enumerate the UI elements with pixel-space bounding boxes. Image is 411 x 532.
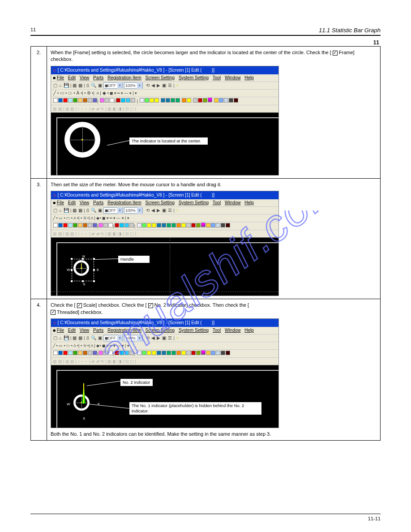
checkbox-icon: ✓ (51, 310, 56, 315)
toolbar-row-3: | | | M (51, 97, 278, 105)
footer: 11-11 (30, 514, 381, 521)
callout-3a: No. 2 indicator (120, 379, 153, 386)
indicator-1-behind (83, 383, 84, 403)
editor-canvas-2[interactable]: N S W E (51, 237, 278, 296)
screenshot-2: ◇ [ C:¥Documents and Settings¥fukushima¥… (51, 191, 279, 296)
toolbar-row-4: ▥ ▥ | ▥ ▥ | ↕ ↕ ↔ | ⇌ ⇌ ↻ | ▥ ◧ ◨ | ⊡ ▢ … (51, 105, 278, 112)
toolbar-row-1: ▢⌂💾|▦▦|⎙🔍▣ ◼ OFF▾ 100%▾ ⟲◀▶▣☰|♀ (51, 82, 278, 89)
steps-table: 2. When the [Frame] setting is selected,… (30, 46, 381, 441)
step-3-num: 3. (31, 178, 47, 299)
step-2-cell: When the [Frame] setting is selected, th… (47, 47, 381, 179)
off-combo[interactable]: ◼ OFF▾ (103, 82, 123, 89)
callout-3b: The No. 1 indicator (placeholder) is hid… (129, 402, 261, 415)
editor-canvas-1[interactable]: The indicator is located at the center. (51, 112, 278, 175)
menubar: ■ File Edit View Parts Registration Item… (51, 74, 278, 82)
selection-handles[interactable] (72, 259, 94, 281)
toolbar-row-2: ╱•▭•⬭•A•| • ⦿ •| A |◆• ◼ ▾ ━ ▾ — ▾ | ▾ (51, 89, 278, 97)
zoom-combo[interactable]: 100%▾ (124, 82, 143, 89)
editor-canvas-3[interactable]: S W E No. 2 indicator The No. 1 indicato… (51, 365, 278, 428)
step-4-num: 4. (31, 299, 47, 441)
app-titlebar: ◇ [ C:¥Documents and Settings¥fukushima¥… (51, 66, 278, 74)
page: 11 11.1 Statistic Bar Graph 11 2. When t… (0, 0, 411, 532)
callout-1: The indicator is located at the center. (129, 137, 208, 145)
page-number: 11-11 (368, 516, 381, 521)
step-2-num: 2. (31, 47, 47, 179)
meter-small-2[interactable] (73, 395, 90, 411)
screenshot-1: ◇ [ C:¥Documents and Settings¥fukushima¥… (51, 66, 279, 176)
step-4-cell: Check the [ ✓ Scale] checkbox. Check the… (47, 299, 381, 441)
meter-frame-large[interactable] (64, 122, 100, 158)
section-side-num: 11 (30, 39, 381, 46)
screenshot-3: ◇ [ C:¥Documents and Settings¥fukushima¥… (51, 318, 279, 428)
running-head: 11 11.1 Statistic Bar Graph (30, 27, 381, 34)
chapter-num: 11 (30, 27, 36, 34)
callout-2: Handle (118, 256, 150, 263)
step-3-cell: Then set the size of the meter. Move the… (47, 178, 381, 299)
checkbox-icon: ✓ (77, 303, 82, 308)
checkbox-icon: ✓ (333, 51, 338, 56)
header-rule (30, 35, 381, 36)
section-title: 11.1 Statistic Bar Graph (319, 27, 381, 34)
checkbox-icon: ✓ (148, 303, 153, 308)
